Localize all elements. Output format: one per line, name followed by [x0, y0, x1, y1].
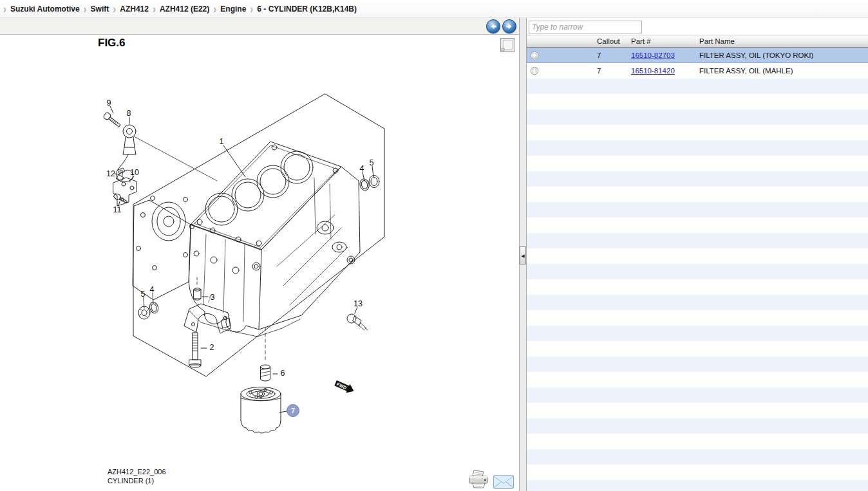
breadcrumb-item[interactable]: AZH412 (E22) [160, 5, 209, 14]
arrow-right-icon [503, 20, 516, 33]
part-number-link[interactable]: 16510-81420 [631, 67, 675, 75]
breadcrumb-chevron-icon: › [213, 2, 216, 15]
diagram-callout-7[interactable]: 7 [291, 407, 295, 414]
breadcrumb-chevron-icon: › [153, 2, 156, 15]
part-name-column-header: Part Name [699, 37, 868, 45]
empty-row [527, 248, 868, 264]
diagram-callout-3[interactable]: 3 [211, 293, 215, 302]
drawing-name: CYLINDER (1) [108, 476, 166, 485]
part-number-link[interactable]: 16510-82703 [631, 51, 675, 59]
callout-column-header: Callout [550, 37, 630, 45]
leader-lines [110, 106, 373, 412]
part-name: FILTER ASSY, OIL (TOKYO ROKI) [699, 51, 868, 59]
part-row[interactable]: 716510-82703FILTER ASSY, OIL (TOKYO ROKI… [527, 48, 868, 63]
diagram-actions [467, 470, 514, 489]
part-row[interactable]: 716510-81420FILTER ASSY, OIL (MAHLE) [527, 63, 868, 79]
expand-row-icon[interactable] [530, 51, 539, 60]
empty-rows-area [527, 79, 868, 491]
empty-row [527, 295, 868, 310]
breadcrumb-item[interactable]: Swift [91, 5, 109, 14]
diagram-callout-11[interactable]: 11 [113, 205, 122, 214]
breadcrumb-item[interactable]: Suzuki Automotive [10, 5, 80, 14]
diagram-callout-13[interactable]: 13 [354, 299, 363, 308]
diagram-callout-10[interactable]: 10 [130, 168, 139, 177]
breadcrumb-item[interactable]: AZH412 [120, 5, 149, 14]
empty-row [527, 326, 868, 341]
callout-layer: 9811210114554321367 [106, 98, 373, 417]
part-name: FILTER ASSY, OIL (MAHLE) [699, 67, 868, 75]
empty-row [527, 202, 868, 218]
empty-row [527, 372, 868, 387]
arrow-left-icon [487, 20, 500, 33]
empty-row [527, 310, 868, 326]
panel-splitter[interactable]: ◀ [519, 18, 527, 491]
breadcrumb-chevron-icon: › [250, 2, 253, 15]
expand-row-icon[interactable] [530, 66, 539, 75]
diagram-callout-5[interactable]: 5 [370, 158, 374, 167]
breadcrumb-item[interactable]: 6 - CYLINDER (K12B,K14B) [257, 5, 357, 14]
parts-table-header: Callout Part # Part Name [527, 35, 868, 48]
main-area: FIG.6 [0, 18, 868, 491]
empty-row [527, 79, 868, 94]
breadcrumb: ›Suzuki Automotive›Swift›AZH412›AZH412 (… [0, 0, 868, 18]
breadcrumb-chevron-icon: › [84, 2, 87, 15]
empty-row [527, 449, 868, 465]
diagram-callout-4[interactable]: 4 [150, 285, 155, 294]
empty-row [527, 387, 868, 403]
empty-row [527, 171, 868, 187]
diagram-callout-5[interactable]: 5 [141, 290, 146, 299]
part-callout: 7 [550, 51, 630, 59]
empty-row [527, 109, 868, 125]
breadcrumb-chevron-icon: › [113, 2, 116, 15]
back-button[interactable] [486, 19, 500, 33]
search-row [527, 18, 868, 35]
empty-row [527, 465, 868, 480]
parts-table-body: 716510-82703FILTER ASSY, OIL (TOKYO ROKI… [527, 48, 868, 79]
left-triangle-icon: ◀ [521, 254, 524, 258]
diagram-toolbar [0, 18, 519, 35]
parts-diagram: FWD 9811210114554321367 [0, 35, 519, 491]
empty-row [527, 434, 868, 449]
diagram-callout-1[interactable]: 1 [220, 137, 224, 146]
print-icon[interactable] [467, 470, 489, 489]
drawing-meta: AZH412_E22_006 CYLINDER (1) [108, 467, 166, 485]
breadcrumb-item[interactable]: Engine [220, 5, 246, 14]
empty-row [527, 187, 868, 202]
collapse-panel-button[interactable]: ◀ [520, 246, 526, 264]
empty-row [527, 233, 868, 248]
parts-list-panel: Callout Part # Part Name 716510-82703FIL… [527, 18, 868, 491]
part-number-column-header: Part # [630, 37, 699, 45]
diagram-callout-8[interactable]: 8 [127, 109, 131, 118]
drawing-code: AZH412_E22_006 [108, 467, 166, 476]
empty-row [527, 357, 868, 372]
empty-row [527, 341, 868, 357]
empty-row [527, 218, 868, 233]
empty-row [527, 403, 868, 418]
empty-row [527, 94, 868, 109]
diagram-callout-2[interactable]: 2 [210, 343, 214, 352]
diagram-callout-9[interactable]: 9 [107, 98, 111, 107]
diagram-panel: FIG.6 [0, 18, 519, 491]
email-icon[interactable] [493, 475, 514, 489]
breadcrumb-chevron-icon: › [3, 2, 6, 15]
empty-row [527, 264, 868, 279]
fwd-label: FWD [336, 382, 347, 390]
search-input[interactable] [529, 21, 642, 33]
empty-row [527, 140, 868, 156]
diagram-callout-12[interactable]: 12 [106, 169, 115, 178]
empty-row [527, 156, 868, 171]
empty-row [527, 418, 868, 434]
parts-catalog-app: ›Suzuki Automotive›Swift›AZH412›AZH412 (… [0, 0, 868, 491]
empty-row [527, 125, 868, 140]
diagram-callout-4[interactable]: 4 [360, 164, 364, 173]
diagram-callout-6[interactable]: 6 [281, 369, 285, 378]
diagram-canvas: FIG.6 [0, 35, 519, 491]
part-callout: 7 [550, 67, 630, 75]
empty-row [527, 279, 868, 295]
forward-button[interactable] [502, 19, 516, 33]
empty-row [527, 480, 868, 491]
